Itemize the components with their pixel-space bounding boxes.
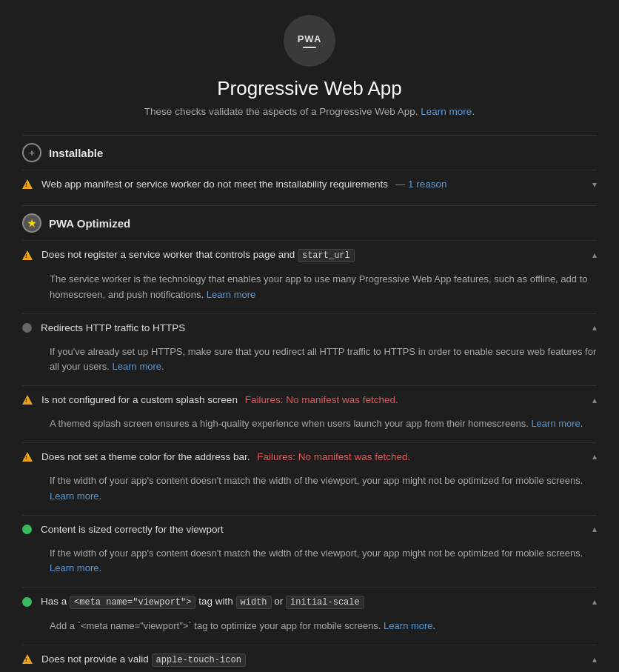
chevron-up-icon: ▴ bbox=[592, 524, 597, 534]
pwa-optimized-title: PWA Optimized bbox=[49, 217, 130, 230]
audit-viewport-tag-title: Has a <meta name="viewport"> tag with wi… bbox=[41, 596, 586, 608]
audit-service-worker: Does not register a service worker that … bbox=[22, 240, 597, 313]
page-header: PWA Progressive Web App These checks val… bbox=[22, 15, 597, 117]
header-learn-more-link[interactable]: Learn more bbox=[421, 106, 472, 117]
audit-manifest-worker-header[interactable]: Web app manifest or service worker do no… bbox=[22, 170, 597, 198]
warning-icon bbox=[22, 452, 33, 462]
reason-badge: — 1 reason bbox=[395, 179, 447, 190]
pwa-logo: PWA bbox=[284, 15, 335, 67]
star-icon: ★ bbox=[22, 213, 41, 233]
audit-service-worker-header[interactable]: Does not register a service worker that … bbox=[22, 241, 597, 269]
audit-content-viewport-title: Content is sized correctly for the viewp… bbox=[41, 524, 586, 535]
start-url-code: start_url bbox=[298, 249, 355, 262]
audit-splash-screen-title: Is not configured for a custom splash sc… bbox=[41, 394, 586, 405]
page-wrapper: PWA Progressive Web App These checks val… bbox=[0, 0, 619, 672]
service-worker-learn-more[interactable]: Learn more bbox=[207, 289, 255, 300]
warning-icon bbox=[22, 250, 33, 260]
audit-splash-screen: Is not configured for a custom splash sc… bbox=[22, 385, 597, 442]
audit-content-viewport-body: If the width of your app's content doesn… bbox=[22, 543, 597, 588]
audit-service-worker-body: The service worker is the technology tha… bbox=[22, 269, 597, 313]
audit-content-viewport: Content is sized correctly for the viewp… bbox=[22, 515, 597, 588]
redirects-learn-more[interactable]: Learn more bbox=[113, 361, 161, 372]
pass-icon bbox=[22, 525, 32, 534]
audit-theme-color: Does not set a theme color for the addre… bbox=[22, 442, 597, 515]
audit-theme-color-body: If the width of your app's content doesn… bbox=[22, 470, 597, 515]
audit-theme-color-title: Does not set a theme color for the addre… bbox=[41, 451, 586, 462]
page-title: Progressive Web App bbox=[217, 77, 402, 100]
audit-splash-screen-body: A themed splash screen ensures a high-qu… bbox=[22, 413, 597, 442]
audit-viewport-tag-body: Add a `<meta name="viewport">` tag to op… bbox=[22, 616, 597, 645]
audit-apple-touch-icon-header[interactable]: Does not provide a valid apple-touch-ico… bbox=[22, 645, 597, 672]
audit-theme-color-header[interactable]: Does not set a theme color for the addre… bbox=[22, 443, 597, 470]
audit-redirects-http-body: If you've already set up HTTPS, make sur… bbox=[22, 342, 597, 386]
neutral-icon bbox=[22, 323, 32, 333]
audit-content-viewport-header[interactable]: Content is sized correctly for the viewp… bbox=[22, 516, 597, 543]
audit-apple-touch-icon-title: Does not provide a valid apple-touch-ico… bbox=[41, 653, 586, 665]
theme-learn-more[interactable]: Learn more bbox=[50, 490, 98, 502]
audit-redirects-http-header[interactable]: Redirects HTTP traffic to HTTPS ▴ bbox=[22, 314, 597, 342]
audit-service-worker-title: Does not register a service worker that … bbox=[41, 249, 586, 261]
audit-manifest-worker: Web app manifest or service worker do no… bbox=[22, 170, 597, 198]
splash-learn-more[interactable]: Learn more bbox=[531, 418, 580, 429]
chevron-up-icon: ▴ bbox=[592, 250, 597, 260]
section-pwa-optimized: ★ PWA Optimized bbox=[22, 205, 597, 240]
audit-redirects-http-title: Redirects HTTP traffic to HTTPS bbox=[41, 322, 586, 333]
audit-apple-touch-icon: Does not provide a valid apple-touch-ico… bbox=[22, 645, 597, 672]
meta-viewport-code: <meta name="viewport"> bbox=[70, 596, 195, 609]
chevron-up-icon: ▴ bbox=[592, 596, 597, 607]
pwa-logo-text: PWA bbox=[298, 33, 322, 44]
audit-viewport-tag: Has a <meta name="viewport"> tag with wi… bbox=[22, 587, 597, 645]
audit-redirects-http: Redirects HTTP traffic to HTTPS ▴ If you… bbox=[22, 313, 597, 386]
warning-icon bbox=[22, 179, 33, 189]
audit-viewport-tag-header[interactable]: Has a <meta name="viewport"> tag with wi… bbox=[22, 588, 597, 616]
audit-splash-screen-header[interactable]: Is not configured for a custom splash sc… bbox=[22, 386, 597, 413]
failure-text: Failures: No manifest was fetched. bbox=[257, 451, 410, 462]
chevron-up-icon: ▴ bbox=[592, 654, 597, 665]
pass-icon bbox=[22, 597, 32, 607]
initial-scale-code: initial-scale bbox=[286, 596, 364, 609]
apple-touch-icon-code: apple-touch-icon bbox=[152, 653, 246, 667]
width-code: width bbox=[236, 596, 272, 609]
section-installable: + Installable bbox=[22, 135, 597, 170]
viewport-learn-more[interactable]: Learn more bbox=[50, 562, 98, 573]
installable-icon: + bbox=[22, 143, 41, 162]
pwa-logo-dash bbox=[303, 47, 316, 48]
page-subtitle: These checks validate the aspects of a P… bbox=[144, 106, 475, 117]
audit-manifest-worker-title: Web app manifest or service worker do no… bbox=[41, 179, 586, 190]
chevron-up-icon: ▴ bbox=[592, 322, 597, 333]
installable-title: Installable bbox=[49, 147, 103, 159]
failure-text: Failures: No manifest was fetched. bbox=[245, 394, 398, 405]
chevron-up-icon: ▴ bbox=[592, 395, 597, 405]
warning-icon bbox=[22, 395, 33, 405]
viewport-tag-learn-more[interactable]: Learn more bbox=[384, 620, 432, 631]
chevron-down-icon: ▾ bbox=[592, 179, 597, 190]
warning-icon bbox=[22, 654, 33, 664]
chevron-up-icon: ▴ bbox=[592, 451, 597, 462]
